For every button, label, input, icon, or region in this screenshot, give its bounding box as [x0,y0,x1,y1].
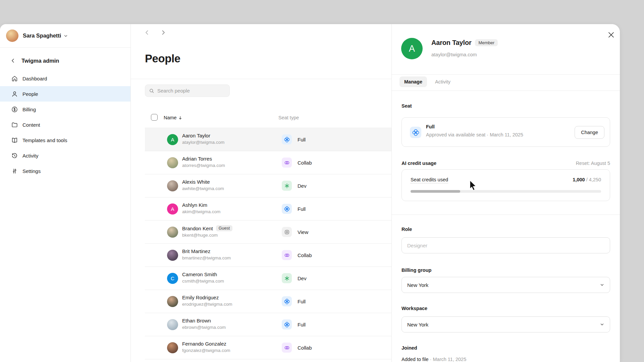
person-email: csmith@twigma.com [182,279,224,284]
avatar: A [167,203,178,215]
joined-info: Added to file · March 11, 2025 [401,357,466,362]
seat-type-label: Full [298,299,306,304]
billing-group-label: Billing group [401,267,431,273]
history-back-button[interactable] [144,29,150,36]
member-role-badge: Member [475,39,498,46]
credit-progress-track [411,190,601,193]
admin-title: Twigma admin [21,58,59,64]
avatar: A [167,134,178,145]
chevron-down-icon [600,283,604,287]
divider [131,79,391,79]
history-forward-button[interactable] [160,29,167,36]
chevron-down-icon [600,322,604,327]
panel-tabs: Manage Activity [399,76,455,87]
table-row[interactable]: Emily Rodriguez erodriguez@twigma.com Fu… [145,290,391,313]
avatar [167,250,178,261]
seat-type-label: Collab [298,160,312,166]
seat-card: Full Approved via available seat · March… [401,117,610,147]
sidebar-item-people[interactable]: People [0,86,130,102]
table-row[interactable]: Alexis White awhite@twigma.com Dev [145,174,391,197]
user-name: Sara Spaghetti [23,33,61,39]
search-input[interactable]: Search people [145,84,230,97]
person-email: ebrown@twigma.com [182,325,226,330]
admin-window: Sara Spaghetti Twigma admin Dashboard Pe… [0,24,620,362]
sidebar-item-dashboard[interactable]: Dashboard [0,71,130,86]
full-seat-icon [282,296,292,306]
table-row[interactable]: Fernando Gonzalez fgonzalez@twigma.com C… [145,336,391,359]
person-email: fgonzalez@twigma.com [182,348,230,353]
seat-type-value: Full [426,124,435,129]
chevron-down-icon [63,34,68,38]
workspace-select[interactable]: New York [401,316,610,333]
sidebar-item-billing[interactable]: Billing [0,102,130,117]
person-icon [11,90,18,98]
seat-type-label: Dev [298,183,307,189]
sidebar-back-link[interactable]: Twigma admin [0,56,130,66]
column-header-name[interactable]: Name [164,115,182,120]
person-email: awhite@twigma.com [182,186,224,191]
page-title: People [145,52,180,65]
guest-badge: Guest [216,225,232,231]
sidebar-item-templates-and-tools[interactable]: Templates and tools [0,132,130,148]
table-row[interactable]: Adrian Torres atorres@twigma.com Collab [145,151,391,174]
avatar [167,157,178,168]
user-avatar [6,29,18,42]
full-seat-icon [410,127,421,138]
dev-seat-icon [282,273,292,283]
seat-type-label: Full [298,206,306,212]
person-name: Brandon Kent [182,226,213,231]
table-row[interactable]: C Cameron Smith csmith@twigma.com Dev [145,267,391,290]
search-icon [149,88,154,94]
member-avatar: A [401,38,423,59]
account-menu[interactable]: Sara Spaghetti [0,24,130,48]
table-row[interactable]: Ethan Brown ebrown@twigma.com Full [145,313,391,336]
table-header: Name Seat type [145,110,391,128]
person-name: Ashlyn Kim [182,202,207,208]
ai-credit-heading: AI credit usage [401,161,436,166]
avatar [167,342,178,353]
select-all-checkbox[interactable] [151,114,158,121]
sidebar: Sara Spaghetti Twigma admin Dashboard Pe… [0,24,131,362]
full-seat-icon [282,204,292,214]
person-name: Alexis White [182,179,210,185]
avatar [167,227,178,238]
people-table: A Aaron Taylor ataylor@twigma.com Full A… [145,128,391,359]
search-placeholder: Search people [157,88,190,94]
person-email: bkent@huge.com [182,233,232,238]
folder-icon [11,121,18,128]
seat-type-label: View [298,229,308,235]
seat-credits-used-label[interactable]: Seat credits used [411,177,448,183]
billing-group-select[interactable]: New York [401,277,610,293]
change-seat-button[interactable]: Change [575,126,604,139]
table-row[interactable]: A Ashlyn Kim akim@twigma.com Full [145,197,391,221]
person-name: Brit Martinez [182,248,210,254]
full-seat-icon [282,134,292,144]
table-row[interactable]: Brandon Kent Guest bkent@huge.com View [145,221,391,244]
member-email: ataylor@twigma.com [431,52,477,57]
table-row[interactable]: A Aaron Taylor ataylor@twigma.com Full [145,128,391,151]
role-input[interactable] [401,237,610,253]
ai-credit-card: Seat credits used 1,000 / 4,250 [401,169,610,201]
role-label: Role [401,227,412,232]
collab-seat-icon [282,343,292,353]
person-email: atorres@twigma.com [182,163,225,168]
close-icon[interactable] [607,31,615,39]
seat-type-label: Full [298,322,306,327]
chevron-left-icon [10,58,17,64]
tab-manage[interactable]: Manage [399,76,427,87]
seat-approval-info: Approved via available seat · March 11, … [426,132,523,137]
divider [392,215,620,215]
person-name: Adrian Torres [182,156,212,162]
dev-seat-icon [282,181,292,191]
sidebar-item-activity[interactable]: Activity [0,148,130,163]
person-name: Cameron Smith [182,272,217,277]
collab-seat-icon [282,158,292,168]
table-row[interactable]: Brit Martinez bmartinez@twigma.com Colla… [145,244,391,267]
tab-activity[interactable]: Activity [430,76,455,87]
avatar: C [167,273,178,284]
credit-progress-fill [411,190,460,193]
person-name: Fernando Gonzalez [182,341,226,347]
sidebar-item-settings[interactable]: Settings [0,163,130,179]
sidebar-item-content[interactable]: Content [0,117,130,132]
seat-type-label: Collab [298,345,312,351]
